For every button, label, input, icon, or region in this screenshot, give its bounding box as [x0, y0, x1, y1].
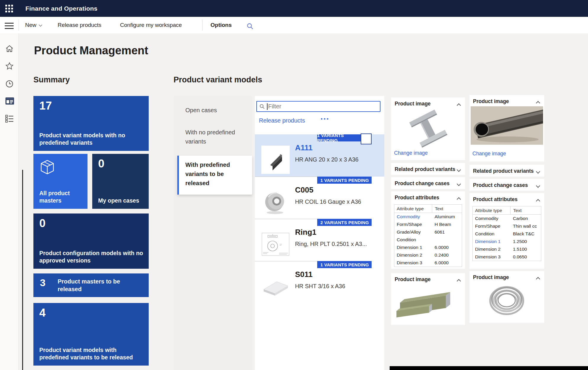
favorites-star-icon[interactable] — [5, 62, 14, 72]
product-description: HR COIL 16 Gauge x A36 — [295, 198, 361, 205]
chevron-up-icon[interactable] — [457, 197, 461, 201]
row-divider — [255, 219, 317, 219]
top-navigation-bar: Finance and Operations — [0, 0, 588, 17]
home-icon[interactable] — [5, 44, 14, 54]
hamburger-menu-icon[interactable] — [5, 23, 14, 31]
chevron-up-icon[interactable] — [536, 277, 540, 281]
tab-with-predefined-variants-selected[interactable]: With predefined variants to be released — [177, 156, 252, 195]
tile-variant-models-no-predefined[interactable]: 17 Product variant models with no predef… — [33, 96, 149, 151]
steel-tube-image — [471, 106, 543, 146]
related-variants-card-left[interactable]: Related product variants — [391, 163, 465, 175]
card-header: Product image — [473, 98, 509, 105]
steel-i-beam-image — [399, 109, 457, 149]
variants-pending-badge: 1 VARIANTS PENDING — [317, 134, 372, 141]
list-item-s011[interactable]: 1 VARIANTS PENDING S011 HR SHT 3/16 x A3… — [255, 261, 384, 303]
card-header: Product image — [473, 274, 509, 281]
change-cases-card-right[interactable]: Product change cases — [469, 179, 544, 191]
table-row: Form/ShapeThin wall cc — [473, 222, 541, 230]
chevron-down-icon[interactable] — [536, 169, 540, 174]
product-attributes-card-right: Product attributes Attribute type Text C… — [469, 193, 544, 269]
technical-drawing-thumbnail — [261, 230, 290, 258]
list-item-ring1[interactable]: 2 VARIANTS PENDING Ring1 Ring, HR PLT 0.… — [255, 219, 384, 261]
search-icon[interactable] — [246, 22, 254, 31]
chevron-down-icon[interactable] — [457, 182, 461, 186]
product-id: S011 — [295, 270, 312, 279]
table-header-row: Attribute type Text — [394, 205, 462, 213]
product-image-card-bottom-left: Product image — [391, 273, 465, 325]
tile-label: Product masters to be released — [58, 278, 145, 293]
product-list-panel: Release products ••• 1 VARIANTS PENDING … — [255, 96, 384, 370]
recent-clock-icon[interactable] — [5, 79, 14, 89]
table-row: ConditionBlack T&C — [473, 230, 541, 238]
chevron-up-icon[interactable] — [536, 199, 540, 203]
variants-pending-badge: 1 VARIANTS PENDING — [317, 261, 372, 268]
chevron-up-icon[interactable] — [457, 279, 461, 283]
tile-my-open-cases[interactable]: 0 My open cases — [92, 154, 149, 209]
tile-variant-models-to-release[interactable]: 4 Product variant models with predefined… — [33, 303, 149, 366]
task-list-icon[interactable] — [5, 114, 14, 124]
release-products-link[interactable]: Release products — [259, 117, 305, 124]
tile-label: Product variant models with no predefine… — [39, 132, 143, 147]
chevron-up-icon[interactable] — [536, 101, 540, 105]
tile-label: Product variant models with predefined v… — [39, 346, 143, 361]
tile-count: 17 — [39, 100, 52, 112]
steel-coil-thumbnail — [261, 188, 290, 216]
card-header: Product attributes — [473, 196, 518, 203]
card-header: Related product variants — [395, 166, 455, 172]
tile-label: My open cases — [98, 197, 143, 205]
column-header: Attribute type — [394, 205, 432, 213]
table-row: Condition — [394, 236, 462, 244]
chevron-up-icon[interactable] — [457, 103, 461, 107]
list-item-c005[interactable]: 1 VARIANTS PENDING C005 HR COIL 16 Gauge… — [255, 177, 384, 219]
card-header: Product attributes — [395, 195, 439, 201]
column-header: Text — [510, 206, 541, 214]
tile-product-masters-to-release[interactable]: 3 Product masters to be released — [33, 273, 149, 297]
column-header: Attribute type — [473, 206, 510, 214]
product-image-card-left: Product image Change image — [391, 97, 465, 160]
change-image-link[interactable]: Change image — [394, 150, 428, 156]
wire-coil-image — [487, 282, 527, 320]
release-products-button[interactable]: Release products — [58, 21, 101, 29]
table-row: Form/ShapeH Beam — [394, 221, 462, 228]
new-menu-button[interactable]: New — [25, 21, 42, 29]
row-divider — [255, 177, 317, 177]
row-checkbox[interactable] — [361, 133, 372, 144]
table-header-row: Attribute type Text — [473, 206, 541, 215]
variants-pending-badge: 1 VARIANTS PENDING — [317, 177, 372, 184]
table-row: Dimension 11.2500 — [473, 238, 541, 245]
tile-all-product-masters[interactable]: All product masters — [33, 154, 88, 209]
card-header: Product change cases — [473, 182, 528, 188]
chevron-down-icon[interactable] — [536, 184, 540, 188]
change-image-link[interactable]: Change image — [472, 151, 506, 157]
tab-with-no-predefined-variants[interactable]: With no predefined variants — [174, 128, 252, 146]
more-options-ellipsis[interactable]: ••• — [321, 116, 330, 122]
table-row: CommodityAluminum — [394, 213, 462, 221]
tile-config-models-no-approved[interactable]: 0 Product configuration models with no a… — [33, 213, 149, 269]
variant-models-header: Product variant models — [174, 75, 262, 84]
new-menu-label: New — [25, 22, 36, 28]
table-row: Dimension 21.5100 — [473, 245, 541, 253]
filter-input[interactable] — [268, 103, 366, 110]
product-description: HR SHT 3/16 x A36 — [295, 283, 345, 290]
table-row: CommodityCarbon — [473, 215, 541, 222]
options-button[interactable]: Options — [210, 21, 232, 29]
change-cases-card-left[interactable]: Product change cases — [391, 177, 465, 189]
tab-open-cases[interactable]: Open cases — [174, 106, 252, 115]
filter-input-box[interactable] — [256, 101, 380, 112]
product-attributes-card-left: Product attributes Attribute type Text C… — [391, 191, 465, 269]
product-description: Ring, HR PLT 0.2501 x A3... — [295, 241, 367, 247]
configure-workspace-button[interactable]: Configure my workspace — [120, 21, 182, 29]
card-header: Product image — [395, 276, 431, 283]
list-item-a111[interactable]: 1 VARIANTS PENDING A111 HR ANG 20 x 20 x… — [255, 134, 384, 177]
cube-icon — [39, 159, 56, 177]
page-title: Product Management — [34, 44, 148, 57]
chevron-down-icon[interactable] — [457, 168, 461, 172]
summary-header: Summary — [33, 75, 70, 84]
product-list: 1 VARIANTS PENDING A111 HR ANG 20 x 20 x… — [255, 134, 384, 303]
app-launcher-waffle-icon[interactable] — [5, 5, 13, 12]
product-id: A111 — [295, 143, 312, 152]
workspaces-icon[interactable] — [5, 97, 14, 106]
related-variants-card-right[interactable]: Related product variants — [469, 165, 544, 177]
attributes-table: Attribute type Text CommodityAluminum Fo… — [394, 204, 462, 267]
app-title: Finance and Operations — [25, 5, 98, 12]
